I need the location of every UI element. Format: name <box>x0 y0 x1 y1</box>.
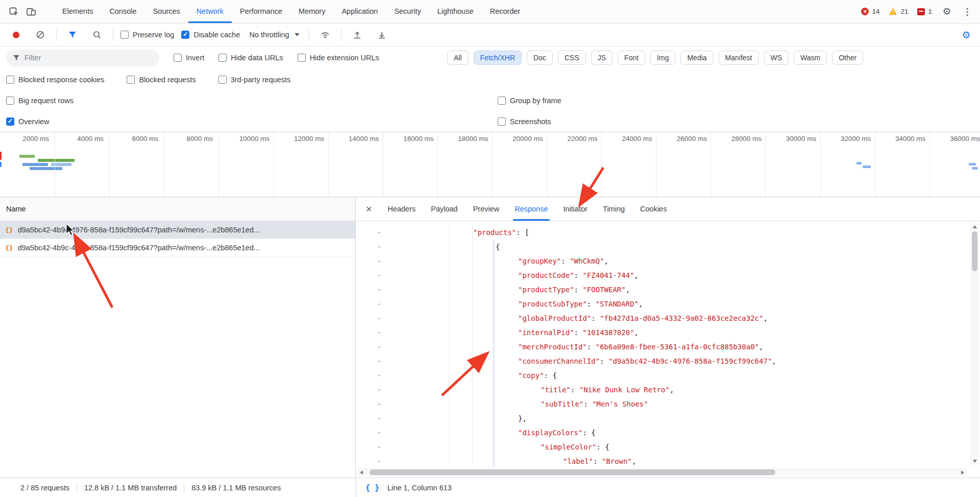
details-tab-initiator[interactable]: Initiator <box>556 197 596 221</box>
fold-marker[interactable]: - <box>356 240 386 254</box>
big-request-rows-checkbox[interactable] <box>6 97 14 105</box>
scroll-right-button[interactable] <box>958 468 967 477</box>
record-network-log-button[interactable] <box>7 26 24 43</box>
disable-cache-option[interactable]: Disable cache <box>181 31 240 39</box>
third-party-requests-checkbox[interactable] <box>218 76 227 84</box>
network-conditions-button[interactable] <box>316 26 334 43</box>
filter-pill-js[interactable]: JS <box>591 51 612 65</box>
tab-recorder[interactable]: Recorder <box>482 0 529 23</box>
network-overview-timeline[interactable]: 2000 ms4000 ms6000 ms8000 ms10000 ms1200… <box>0 132 980 197</box>
fold-marker[interactable]: - <box>356 297 386 311</box>
tab-lighthouse[interactable]: Lighthouse <box>429 0 482 23</box>
fold-marker[interactable]: - <box>356 397 386 411</box>
screenshots-option[interactable]: Screenshots <box>498 117 551 126</box>
horizontal-scroll-thumb[interactable] <box>370 469 775 475</box>
preserve-log-option[interactable]: Preserve log <box>120 31 174 39</box>
filter-pill-media[interactable]: Media <box>680 51 713 65</box>
fold-marker[interactable]: - <box>356 282 386 297</box>
vertical-scroll-thumb[interactable] <box>972 231 977 271</box>
inspect-element-button[interactable] <box>5 3 22 20</box>
more-options-button[interactable]: ⋮ <box>959 3 976 20</box>
horizontal-scrollbar[interactable] <box>357 468 967 477</box>
issues-badge[interactable]: 1 <box>914 8 935 15</box>
fold-marker[interactable]: - <box>356 225 386 240</box>
tab-console[interactable]: Console <box>101 0 144 23</box>
details-tab-timing[interactable]: Timing <box>595 197 632 221</box>
disable-cache-checkbox[interactable] <box>181 31 189 39</box>
hide-data-urls-option[interactable]: Hide data URLs <box>218 54 283 62</box>
close-details-button[interactable]: ✕ <box>358 204 380 214</box>
filter-toggle-button[interactable] <box>64 26 81 43</box>
big-request-rows-option[interactable]: Big request rows <box>6 97 74 105</box>
fold-marker[interactable]: - <box>356 325 386 340</box>
overview-option[interactable]: Overview <box>6 117 49 126</box>
filter-pill-fetch-xhr[interactable]: Fetch/XHR <box>474 51 522 65</box>
hide-data-urls-checkbox[interactable] <box>218 54 227 62</box>
tab-performance[interactable]: Performance <box>232 0 290 23</box>
filter-pill-all[interactable]: All <box>447 51 469 65</box>
tab-sources[interactable]: Sources <box>145 0 188 23</box>
filter-pill-ws[interactable]: WS <box>764 51 789 65</box>
fold-marker[interactable]: - <box>356 440 386 454</box>
device-toolbar-button[interactable] <box>22 3 40 20</box>
warning-badge[interactable]: 21 <box>886 8 911 15</box>
request-row[interactable]: {}d9a5bc42-4b9c-4976-858a-f159cf99c647?p… <box>0 239 355 257</box>
blocked-requests-checkbox[interactable] <box>127 76 135 84</box>
invert-option[interactable]: Invert <box>174 54 204 62</box>
clear-network-log-button[interactable] <box>32 26 49 43</box>
scroll-up-button[interactable] <box>970 222 979 231</box>
fold-marker[interactable]: - <box>356 454 386 468</box>
fold-marker[interactable]: - <box>356 354 386 368</box>
throttling-select[interactable]: No throttling <box>247 31 301 39</box>
fold-marker[interactable]: - <box>356 340 386 354</box>
details-tab-response[interactable]: Response <box>507 197 555 221</box>
scroll-down-button[interactable] <box>970 457 979 465</box>
network-settings-button[interactable]: ⚙ <box>958 26 975 43</box>
overview-checkbox[interactable] <box>6 117 14 126</box>
fold-marker[interactable]: - <box>356 411 386 425</box>
tab-application[interactable]: Application <box>333 0 386 23</box>
filter-input[interactable] <box>24 54 147 62</box>
fold-marker[interactable]: - <box>356 254 386 268</box>
blocked-response-cookies-checkbox[interactable] <box>6 76 14 84</box>
third-party-requests-option[interactable]: 3rd-party requests <box>218 76 291 84</box>
filter-pill-doc[interactable]: Doc <box>527 51 553 65</box>
tab-memory[interactable]: Memory <box>290 0 333 23</box>
request-row[interactable]: {}d9a5bc42-4b9c-4976-858a-f159cf99c647?p… <box>0 221 355 239</box>
fold-marker[interactable]: - <box>356 311 386 325</box>
fold-marker[interactable]: - <box>356 268 386 282</box>
invert-checkbox[interactable] <box>174 54 182 62</box>
group-by-frame-option[interactable]: Group by frame <box>498 97 561 105</box>
details-tab-headers[interactable]: Headers <box>380 197 423 221</box>
blocked-response-cookies-option[interactable]: Blocked response cookies <box>6 76 104 84</box>
fold-marker[interactable]: - <box>356 383 386 397</box>
tab-security[interactable]: Security <box>386 0 429 23</box>
filter-pill-css[interactable]: CSS <box>558 51 586 65</box>
hide-extension-urls-option[interactable]: Hide extension URLs <box>298 54 379 62</box>
details-tab-cookies[interactable]: Cookies <box>632 197 674 221</box>
name-column-header[interactable]: Name <box>0 197 355 221</box>
filter-pill-manifest[interactable]: Manifest <box>719 51 759 65</box>
filter-pill-other[interactable]: Other <box>832 51 863 65</box>
fold-marker[interactable]: - <box>356 368 386 383</box>
group-by-frame-checkbox[interactable] <box>498 97 506 105</box>
error-badge[interactable]: ✕ 14 <box>858 8 883 15</box>
fold-marker[interactable]: - <box>356 425 386 440</box>
tab-elements[interactable]: Elements <box>54 0 101 23</box>
filter-pill-img[interactable]: Img <box>650 51 675 65</box>
details-tab-payload[interactable]: Payload <box>423 197 465 221</box>
details-tab-preview[interactable]: Preview <box>465 197 507 221</box>
screenshots-checkbox[interactable] <box>498 117 506 126</box>
horizontal-scroll-track[interactable] <box>365 468 958 477</box>
filter-pill-wasm[interactable]: Wasm <box>794 51 827 65</box>
import-har-button[interactable] <box>349 26 366 43</box>
settings-button[interactable]: ⚙ <box>938 3 955 20</box>
tab-network[interactable]: Network <box>188 0 232 23</box>
blocked-requests-option[interactable]: Blocked requests <box>127 76 195 84</box>
search-button[interactable] <box>88 26 106 43</box>
preserve-log-checkbox[interactable] <box>120 31 129 39</box>
filter-pill-font[interactable]: Font <box>618 51 645 65</box>
export-har-button[interactable] <box>373 26 390 43</box>
scroll-left-button[interactable] <box>357 468 365 477</box>
vertical-scrollbar[interactable] <box>970 222 979 465</box>
